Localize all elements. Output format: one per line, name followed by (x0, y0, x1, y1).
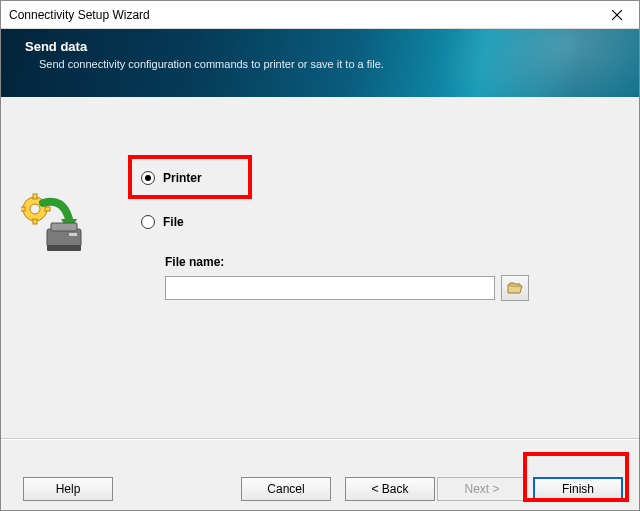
svg-rect-11 (47, 245, 81, 251)
svg-rect-4 (33, 194, 37, 199)
svg-rect-6 (21, 207, 25, 211)
finish-button-label: Finish (562, 482, 594, 496)
file-name-input[interactable] (165, 276, 495, 300)
back-button-label: < Back (371, 482, 408, 496)
send-data-icon (21, 193, 85, 253)
svg-rect-5 (33, 219, 37, 224)
browse-button[interactable] (501, 275, 529, 301)
folder-open-icon (507, 281, 523, 295)
radio-option-printer[interactable]: Printer (139, 167, 581, 189)
svg-rect-7 (45, 207, 50, 211)
radio-icon (141, 171, 155, 185)
svg-rect-9 (47, 229, 81, 247)
radio-label-file: File (163, 215, 184, 229)
finish-button[interactable]: Finish (533, 477, 623, 501)
radio-icon (141, 215, 155, 229)
wizard-content: Printer File File name: (1, 97, 639, 438)
banner-subheading: Send connectivity configuration commands… (39, 58, 619, 70)
file-name-label: File name: (165, 255, 581, 269)
help-button[interactable]: Help (23, 477, 113, 501)
next-button-label: Next > (464, 482, 499, 496)
next-button: Next > (437, 477, 527, 501)
titlebar: Connectivity Setup Wizard (1, 1, 639, 29)
radio-label-printer: Printer (163, 171, 202, 185)
wizard-footer: Help Cancel < Back Next > Finish (1, 438, 639, 510)
close-button[interactable] (595, 1, 639, 29)
cancel-button[interactable]: Cancel (241, 477, 331, 501)
wizard-banner: Send data Send connectivity configuratio… (1, 29, 639, 97)
banner-heading: Send data (25, 39, 619, 54)
radio-option-file[interactable]: File (141, 211, 581, 233)
window-title: Connectivity Setup Wizard (9, 8, 150, 22)
close-icon (612, 10, 622, 20)
help-button-label: Help (56, 482, 81, 496)
svg-rect-10 (51, 223, 77, 231)
svg-rect-12 (69, 233, 77, 236)
back-button[interactable]: < Back (345, 477, 435, 501)
svg-point-3 (30, 204, 40, 214)
cancel-button-label: Cancel (267, 482, 304, 496)
